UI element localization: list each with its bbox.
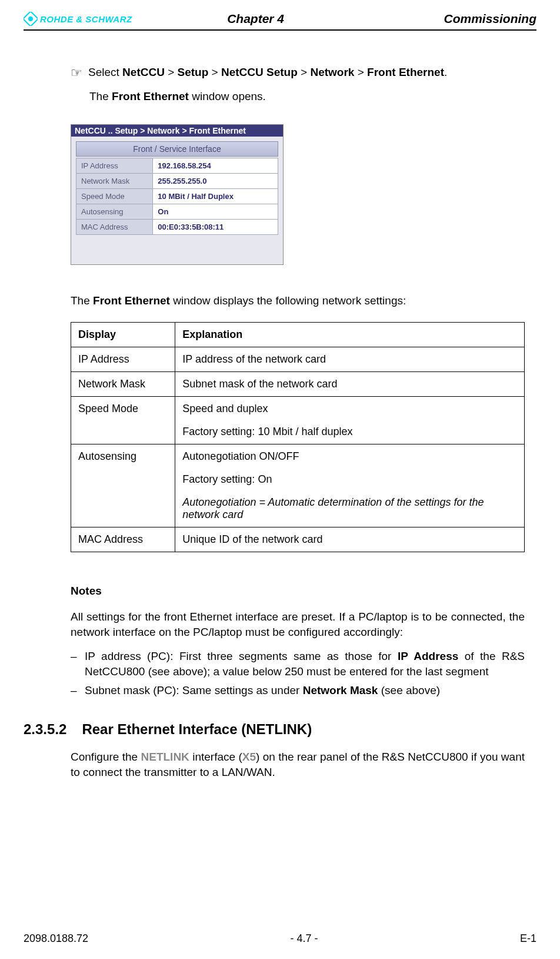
table-row: Speed Mode10 MBit / Half Duplex: [76, 189, 278, 204]
instruction-text: Select NetCCU > Setup > NetCCU Setup > N…: [88, 66, 447, 79]
list-item: IP address (PC): First three segments sa…: [71, 649, 525, 679]
table-row: Network Mask255.255.255.0: [76, 174, 278, 189]
ss-label: Network Mask: [76, 174, 153, 189]
ss-value: On: [153, 204, 278, 220]
ss-value: 10 MBit / Half Duplex: [153, 189, 278, 204]
page-header: ROHDE & SCHWARZ Chapter 4 Commissioning: [24, 12, 536, 31]
table-row: Autosensing Autonegotiation ON/OFF Facto…: [71, 444, 525, 527]
footer-center: - 4.7 -: [291, 933, 318, 945]
screenshot-titlebar: NetCCU .. Setup > Network > Front Ethern…: [71, 125, 283, 137]
table-row: Speed Mode Speed and duplex Factory sett…: [71, 397, 525, 444]
ss-value: 255.255.255.0: [153, 174, 278, 189]
instruction-result: The Front Ethernet window opens.: [89, 90, 525, 103]
svg-point-1: [28, 16, 33, 21]
col-explanation: Explanation: [175, 323, 525, 347]
page-footer: 2098.0188.72 - 4.7 - E-1: [24, 933, 536, 945]
notes-heading: Notes: [71, 585, 525, 598]
list-item: Subnet mask (PC): Same settings as under…: [71, 683, 525, 698]
chapter-label: Chapter 4: [227, 12, 284, 26]
notes-paragraph: All settings for the front Ethernet inte…: [71, 609, 525, 639]
col-display: Display: [71, 323, 175, 347]
section-title: Rear Ethernet Interface (NETLINK): [82, 721, 312, 738]
instruction-line: ☞ Select NetCCU > Setup > NetCCU Setup >…: [71, 66, 525, 79]
caption-text: The Front Ethernet window displays the f…: [71, 294, 525, 307]
rs-logo-icon: [24, 12, 38, 26]
logo-text: ROHDE & SCHWARZ: [40, 14, 132, 24]
screenshot-figure: NetCCU .. Setup > Network > Front Ethern…: [71, 124, 284, 265]
section-number: 2.3.5.2: [24, 721, 66, 738]
footer-right: E-1: [520, 933, 536, 945]
table-row: IP Address IP address of the network car…: [71, 347, 525, 372]
ss-label: Speed Mode: [76, 189, 153, 204]
table-row: MAC Address00:E0:33:5B:08:11: [76, 220, 278, 235]
table-row: IP Address192.168.58.254: [76, 158, 278, 174]
pointing-hand-icon: ☞: [71, 67, 82, 79]
ss-label: MAC Address: [76, 220, 153, 235]
page-title: Commissioning: [444, 12, 536, 26]
ss-value: 192.168.58.254: [153, 158, 278, 174]
content-area: ☞ Select NetCCU > Setup > NetCCU Setup >…: [71, 66, 525, 779]
table-row: Network Mask Subnet mask of the network …: [71, 372, 525, 397]
screenshot-banner: Front / Service Interface: [76, 141, 278, 157]
table-row: AutosensingOn: [76, 204, 278, 220]
ss-label: IP Address: [76, 158, 153, 174]
table-row: MAC Address Unique ID of the network car…: [71, 527, 525, 552]
footer-left: 2098.0188.72: [24, 933, 88, 945]
ss-value: 00:E0:33:5B:08:11: [153, 220, 278, 235]
explanation-table: Display Explanation IP Address IP addres…: [71, 322, 525, 552]
section-heading: 2.3.5.2 Rear Ethernet Interface (NETLINK…: [24, 721, 525, 738]
section-paragraph: Configure the NETLINK interface (X5) on …: [71, 749, 525, 779]
notes-list: IP address (PC): First three segments sa…: [71, 649, 525, 698]
screenshot-table: IP Address192.168.58.254 Network Mask255…: [76, 158, 278, 235]
logo: ROHDE & SCHWARZ: [24, 12, 132, 26]
table-header-row: Display Explanation: [71, 323, 525, 347]
ss-label: Autosensing: [76, 204, 153, 220]
